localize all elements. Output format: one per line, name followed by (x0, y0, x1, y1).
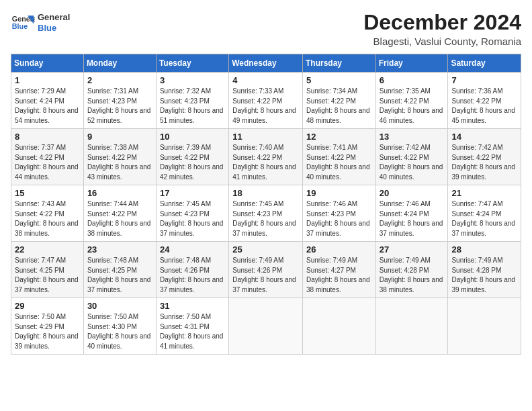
calendar-cell: 20 Sunrise: 7:46 AMSunset: 4:24 PMDaylig… (375, 185, 448, 242)
day-info: Sunrise: 7:34 AMSunset: 4:22 PMDaylight:… (306, 87, 370, 124)
weekday-header-wednesday: Wednesday (229, 54, 303, 73)
day-number: 2 (87, 75, 152, 85)
day-number: 29 (15, 301, 80, 311)
day-info: Sunrise: 7:45 AMSunset: 4:23 PMDaylight:… (160, 200, 224, 237)
day-number: 5 (306, 75, 372, 85)
day-info: Sunrise: 7:48 AMSunset: 4:26 PMDaylight:… (160, 257, 224, 293)
weekday-header-thursday: Thursday (302, 54, 375, 73)
weekday-header-saturday: Saturday (448, 54, 521, 73)
day-number: 22 (15, 244, 80, 255)
day-info: Sunrise: 7:46 AMSunset: 4:23 PMDaylight:… (306, 200, 370, 237)
day-number: 20 (380, 188, 445, 198)
day-info: Sunrise: 7:35 AMSunset: 4:22 PMDaylight:… (380, 87, 443, 124)
calendar-week-3: 15 Sunrise: 7:43 AMSunset: 4:22 PMDaylig… (11, 185, 521, 242)
day-info: Sunrise: 7:31 AMSunset: 4:23 PMDaylight:… (87, 87, 151, 124)
location-title: Blagesti, Vaslui County, Romania (363, 36, 521, 47)
calendar-cell: 31 Sunrise: 7:50 AMSunset: 4:31 PMDaylig… (156, 298, 228, 355)
calendar-cell: 29 Sunrise: 7:50 AMSunset: 4:29 PMDaylig… (11, 298, 84, 355)
calendar-cell: 28 Sunrise: 7:49 AMSunset: 4:28 PMDaylig… (448, 242, 521, 298)
day-info: Sunrise: 7:44 AMSunset: 4:22 PMDaylight:… (87, 200, 151, 237)
day-number: 6 (380, 75, 445, 85)
day-number: 10 (160, 132, 225, 142)
day-number: 24 (160, 244, 225, 255)
logo-icon: General Blue (11, 11, 35, 35)
day-info: Sunrise: 7:38 AMSunset: 4:22 PMDaylight:… (87, 144, 151, 181)
day-number: 28 (451, 244, 517, 255)
calendar-cell: 17 Sunrise: 7:45 AMSunset: 4:23 PMDaylig… (156, 185, 228, 242)
weekday-header-tuesday: Tuesday (156, 54, 228, 73)
calendar-cell: 16 Sunrise: 7:44 AMSunset: 4:22 PMDaylig… (83, 185, 156, 242)
month-title: December 2024 (363, 11, 521, 34)
day-info: Sunrise: 7:39 AMSunset: 4:22 PMDaylight:… (160, 144, 224, 181)
day-info: Sunrise: 7:36 AMSunset: 4:22 PMDaylight:… (451, 87, 515, 124)
day-info: Sunrise: 7:32 AMSunset: 4:23 PMDaylight:… (160, 87, 224, 124)
calendar-cell: 30 Sunrise: 7:50 AMSunset: 4:30 PMDaylig… (83, 298, 156, 355)
calendar-cell: 1 Sunrise: 7:29 AMSunset: 4:24 PMDayligh… (11, 73, 84, 129)
day-number: 21 (451, 188, 517, 198)
day-info: Sunrise: 7:43 AMSunset: 4:22 PMDaylight:… (15, 200, 79, 237)
day-info: Sunrise: 7:49 AMSunset: 4:28 PMDaylight:… (451, 257, 515, 293)
day-number: 13 (380, 132, 445, 142)
weekday-header-friday: Friday (375, 54, 448, 73)
day-number: 25 (232, 244, 299, 255)
day-number: 23 (87, 244, 152, 255)
day-number: 30 (87, 301, 152, 311)
day-number: 9 (87, 132, 152, 142)
logo: General Blue General Blue (11, 11, 70, 35)
calendar-cell (302, 298, 375, 355)
calendar-cell: 19 Sunrise: 7:46 AMSunset: 4:23 PMDaylig… (302, 185, 375, 242)
calendar-cell: 14 Sunrise: 7:42 AMSunset: 4:22 PMDaylig… (448, 129, 521, 185)
day-info: Sunrise: 7:29 AMSunset: 4:24 PMDaylight:… (15, 87, 79, 124)
day-info: Sunrise: 7:37 AMSunset: 4:22 PMDaylight:… (15, 144, 79, 181)
calendar-cell: 18 Sunrise: 7:45 AMSunset: 4:23 PMDaylig… (229, 185, 303, 242)
title-area: December 2024 Blagesti, Vaslui County, R… (363, 11, 521, 47)
calendar-cell: 5 Sunrise: 7:34 AMSunset: 4:22 PMDayligh… (302, 73, 375, 129)
calendar-cell: 13 Sunrise: 7:42 AMSunset: 4:22 PMDaylig… (375, 129, 448, 185)
logo-text-blue: Blue (38, 23, 70, 34)
day-info: Sunrise: 7:47 AMSunset: 4:25 PMDaylight:… (15, 257, 79, 293)
day-info: Sunrise: 7:40 AMSunset: 4:22 PMDaylight:… (232, 144, 296, 181)
svg-text:Blue: Blue (12, 22, 28, 30)
day-number: 16 (87, 188, 152, 198)
day-info: Sunrise: 7:49 AMSunset: 4:27 PMDaylight:… (306, 257, 370, 293)
calendar-week-2: 8 Sunrise: 7:37 AMSunset: 4:22 PMDayligh… (11, 129, 521, 185)
calendar-cell: 9 Sunrise: 7:38 AMSunset: 4:22 PMDayligh… (83, 129, 156, 185)
calendar-week-5: 29 Sunrise: 7:50 AMSunset: 4:29 PMDaylig… (11, 298, 521, 355)
day-number: 27 (380, 244, 445, 255)
calendar-cell: 7 Sunrise: 7:36 AMSunset: 4:22 PMDayligh… (448, 73, 521, 129)
day-number: 14 (451, 132, 517, 142)
day-number: 19 (306, 188, 372, 198)
day-info: Sunrise: 7:50 AMSunset: 4:31 PMDaylight:… (160, 313, 224, 350)
calendar-cell: 15 Sunrise: 7:43 AMSunset: 4:22 PMDaylig… (11, 185, 84, 242)
calendar-cell: 22 Sunrise: 7:47 AMSunset: 4:25 PMDaylig… (11, 242, 84, 298)
calendar-cell (229, 298, 303, 355)
day-info: Sunrise: 7:48 AMSunset: 4:25 PMDaylight:… (87, 257, 151, 293)
day-info: Sunrise: 7:50 AMSunset: 4:30 PMDaylight:… (87, 313, 151, 350)
day-number: 17 (160, 188, 225, 198)
day-number: 12 (306, 132, 372, 142)
calendar-cell: 11 Sunrise: 7:40 AMSunset: 4:22 PMDaylig… (229, 129, 303, 185)
calendar-cell: 3 Sunrise: 7:32 AMSunset: 4:23 PMDayligh… (156, 73, 228, 129)
day-number: 8 (15, 132, 80, 142)
calendar-week-1: 1 Sunrise: 7:29 AMSunset: 4:24 PMDayligh… (11, 73, 521, 129)
day-number: 4 (232, 75, 299, 85)
day-number: 11 (232, 132, 299, 142)
calendar-cell: 12 Sunrise: 7:41 AMSunset: 4:22 PMDaylig… (302, 129, 375, 185)
calendar-cell: 6 Sunrise: 7:35 AMSunset: 4:22 PMDayligh… (375, 73, 448, 129)
calendar-cell (375, 298, 448, 355)
day-number: 31 (160, 301, 225, 311)
calendar-cell: 21 Sunrise: 7:47 AMSunset: 4:24 PMDaylig… (448, 185, 521, 242)
day-number: 3 (160, 75, 225, 85)
day-number: 18 (232, 188, 299, 198)
day-number: 15 (15, 188, 80, 198)
logo-text-general: General (38, 12, 70, 23)
day-number: 26 (306, 244, 372, 255)
day-info: Sunrise: 7:42 AMSunset: 4:22 PMDaylight:… (380, 144, 443, 181)
calendar-cell: 8 Sunrise: 7:37 AMSunset: 4:22 PMDayligh… (11, 129, 84, 185)
calendar-cell: 4 Sunrise: 7:33 AMSunset: 4:22 PMDayligh… (229, 73, 303, 129)
day-info: Sunrise: 7:47 AMSunset: 4:24 PMDaylight:… (451, 200, 515, 237)
calendar-table: SundayMondayTuesdayWednesdayThursdayFrid… (11, 54, 521, 355)
weekday-header-monday: Monday (83, 54, 156, 73)
calendar-cell: 26 Sunrise: 7:49 AMSunset: 4:27 PMDaylig… (302, 242, 375, 298)
calendar-cell: 10 Sunrise: 7:39 AMSunset: 4:22 PMDaylig… (156, 129, 228, 185)
